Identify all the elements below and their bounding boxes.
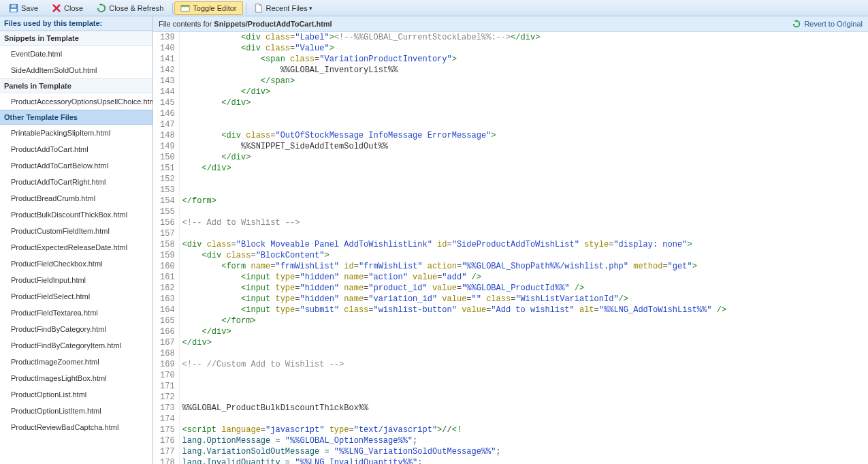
code-line[interactable]: <span class="VariationProductInventory"> bbox=[182, 54, 865, 65]
code-line[interactable]: <!-- //Custom Add to Wishlist --> bbox=[182, 359, 865, 370]
close-refresh-button[interactable]: Close & Refresh bbox=[91, 1, 170, 15]
recent-files-label: Recent Files bbox=[266, 4, 308, 12]
sidebar-header: Files used by this template: bbox=[0, 16, 152, 31]
sidebar-other-item[interactable]: PrintablePackingSlipItem.html bbox=[0, 125, 152, 141]
code-line[interactable]: </div> bbox=[182, 97, 865, 108]
revert-icon bbox=[792, 19, 801, 29]
code-line[interactable]: lang.InvalidQuantity = "%%LNG_InvalidQua… bbox=[182, 457, 865, 464]
code-line[interactable] bbox=[182, 392, 865, 403]
code-line[interactable]: </span> bbox=[182, 76, 865, 87]
code-line[interactable]: %%GLOBAL_ProductBulkDiscountThickBox%% bbox=[182, 403, 865, 414]
content-row: Files used by this template: Snippets in… bbox=[0, 16, 868, 464]
close-refresh-label: Close & Refresh bbox=[109, 4, 163, 12]
sidebar-other-item[interactable]: ProductFieldInput.html bbox=[0, 272, 152, 288]
separator bbox=[172, 3, 173, 14]
sidebar-other-item[interactable]: ProductFieldSelect.html bbox=[0, 288, 152, 305]
code-line[interactable] bbox=[182, 348, 865, 359]
code-line[interactable]: <input type="submit" class="wishlist-but… bbox=[182, 305, 865, 315]
svg-rect-1 bbox=[11, 8, 17, 11]
code-line[interactable] bbox=[182, 228, 865, 239]
sidebar-snippet-item[interactable]: SideAddItemSoldOut.html bbox=[0, 62, 152, 78]
code-line[interactable]: %%SNIPPET_SideAddItemSoldOut%% bbox=[182, 141, 865, 152]
sidebar-other-item[interactable]: ProductImageZoomer.html bbox=[0, 354, 152, 370]
panels-section-title: Panels in Template bbox=[0, 78, 152, 93]
toggle-editor-button[interactable]: Toggle Editor bbox=[174, 1, 242, 15]
sidebar-other-item[interactable]: ProductFindByCategory.html bbox=[0, 321, 152, 337]
code-line[interactable]: <div class="BlockContent"> bbox=[182, 250, 865, 261]
chevron-down-icon: ▾ bbox=[309, 5, 312, 12]
file-title: File contents for Snippets/ProductAddToC… bbox=[159, 20, 332, 28]
code-line[interactable] bbox=[182, 174, 865, 185]
other-template-files-title: Other Template Files bbox=[0, 110, 152, 125]
toggle-icon bbox=[180, 3, 190, 13]
sidebar-other-item[interactable]: ProductOptionList.html bbox=[0, 386, 152, 403]
code-line[interactable]: </div> bbox=[182, 326, 865, 337]
code-line[interactable]: %%GLOBAL_InventoryList%% bbox=[182, 65, 865, 76]
code-line[interactable]: <div class="OutOfStockMessage InfoMessag… bbox=[182, 130, 865, 141]
code-line[interactable] bbox=[182, 206, 865, 217]
code-line[interactable]: </form> bbox=[182, 315, 865, 326]
sidebar-other-item[interactable]: ProductFindByCategoryItem.html bbox=[0, 337, 152, 354]
sidebar-other-item[interactable]: ProductCustomFieldItem.html bbox=[0, 223, 152, 239]
sidebar-other-item[interactable]: ProductFieldTextarea.html bbox=[0, 305, 152, 321]
code-line[interactable]: <input type="hidden" name="product_id" v… bbox=[182, 283, 865, 294]
toolbar: Save Close Close & Refresh Toggle Editor… bbox=[0, 0, 868, 16]
code-line[interactable]: </div> bbox=[182, 87, 865, 97]
svg-rect-2 bbox=[12, 4, 16, 7]
sidebar: Files used by this template: Snippets in… bbox=[0, 16, 153, 464]
disk-icon bbox=[9, 3, 18, 13]
svg-rect-4 bbox=[181, 5, 189, 7]
sidebar-other-item[interactable]: ProductFieldCheckbox.html bbox=[0, 256, 152, 272]
file-icon bbox=[254, 3, 263, 13]
code-area[interactable]: <div class="Label"><!--%%GLOBAL_CurrentS… bbox=[180, 32, 868, 464]
code-line[interactable] bbox=[182, 108, 865, 119]
sidebar-other-item[interactable]: ProductExpectedReleaseDate.html bbox=[0, 239, 152, 256]
sidebar-other-item[interactable]: ProductBulkDiscountThickBox.html bbox=[0, 206, 152, 223]
sidebar-other-item[interactable]: ProductAddToCartRight.html bbox=[0, 174, 152, 190]
code-line[interactable]: </div> bbox=[182, 152, 865, 163]
code-line[interactable]: <div class="Value"> bbox=[182, 43, 865, 54]
sidebar-other-item[interactable]: ProductBreadCrumb.html bbox=[0, 190, 152, 206]
sidebar-other-item[interactable]: ProductReviewBadCaptcha.html bbox=[0, 419, 152, 435]
toggle-editor-label: Toggle Editor bbox=[193, 4, 236, 12]
refresh-icon bbox=[97, 3, 106, 13]
sidebar-other-item[interactable]: ProductAddToCartBelow.html bbox=[0, 157, 152, 174]
code-line[interactable] bbox=[182, 119, 865, 130]
code-line[interactable] bbox=[182, 414, 865, 424]
save-button[interactable]: Save bbox=[3, 1, 44, 15]
sidebar-panel-item[interactable]: ProductAccessoryOptionsUpsellChoice.html bbox=[0, 93, 152, 110]
recent-files-button[interactable]: Recent Files ▾ bbox=[248, 1, 319, 15]
close-label: Close bbox=[64, 4, 83, 12]
sidebar-snippet-item[interactable]: EventDate.html bbox=[0, 46, 152, 62]
code-line[interactable] bbox=[182, 381, 865, 392]
code-editor[interactable]: 1391401411421431441451461471481491501511… bbox=[153, 32, 868, 464]
sidebar-other-item[interactable]: ProductAddToCart.html bbox=[0, 141, 152, 157]
line-gutter: 1391401411421431441451461471481491501511… bbox=[153, 32, 180, 464]
close-button[interactable]: Close bbox=[46, 1, 89, 15]
separator bbox=[246, 3, 246, 14]
code-line[interactable]: lang.VariationSoldOutMessage = "%%LNG_Va… bbox=[182, 446, 865, 457]
revert-label: Revert to Original bbox=[804, 20, 863, 28]
file-contents-label: File contents for bbox=[159, 20, 214, 28]
code-line[interactable]: <script language="javascript" type="text… bbox=[182, 424, 865, 435]
code-line[interactable] bbox=[182, 185, 865, 196]
code-line[interactable]: <form name="frmWishList" id="frmWishList… bbox=[182, 261, 865, 272]
code-line[interactable]: <input type="hidden" name="variation_id"… bbox=[182, 294, 865, 305]
code-line[interactable] bbox=[182, 370, 865, 381]
close-icon bbox=[52, 3, 61, 13]
code-line[interactable]: </div> bbox=[182, 337, 865, 348]
code-line[interactable]: </form> bbox=[182, 196, 865, 206]
code-line[interactable]: </div> bbox=[182, 163, 865, 174]
revert-button[interactable]: Revert to Original bbox=[792, 19, 863, 29]
file-header: File contents for Snippets/ProductAddToC… bbox=[153, 16, 868, 32]
code-line[interactable]: <!-- Add to Wishlist --> bbox=[182, 217, 865, 228]
code-line[interactable]: lang.OptionMessage = "%%GLOBAL_OptionMes… bbox=[182, 435, 865, 446]
sidebar-other-item[interactable]: ProductImagesLightBox.html bbox=[0, 370, 152, 386]
code-line[interactable]: <div class="Block Moveable Panel AddToWi… bbox=[182, 239, 865, 250]
code-line[interactable]: <input type="hidden" name="action" value… bbox=[182, 272, 865, 283]
save-label: Save bbox=[21, 4, 38, 12]
sidebar-other-item[interactable]: ProductOptionListItem.html bbox=[0, 403, 152, 419]
code-line[interactable]: <div class="Label"><!--%%GLOBAL_CurrentS… bbox=[182, 32, 865, 43]
snippets-section-title: Snippets in Template bbox=[0, 31, 152, 46]
main-pane: File contents for Snippets/ProductAddToC… bbox=[153, 16, 868, 464]
